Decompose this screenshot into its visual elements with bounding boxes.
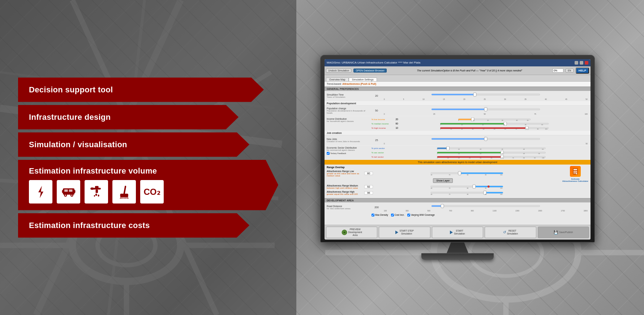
svg-text:50: 50 <box>541 124 543 126</box>
trend-value[interactable]: Attractiveness (Push & Pull) <box>342 83 376 85</box>
svg-rect-21 <box>62 190 64 193</box>
svg-text:100: 100 <box>500 187 503 189</box>
tab-overview-map[interactable]: Overview Map <box>326 78 349 81</box>
save-publish-button[interactable]: 💾 Save/Publish <box>538 227 589 238</box>
svg-text:70: 70 <box>512 157 514 159</box>
svg-point-28 <box>71 195 72 196</box>
svg-text:60: 60 <box>505 128 506 130</box>
max-density-checkbox[interactable] <box>372 214 374 216</box>
low-income-value: 20 <box>394 118 399 121</box>
tert-sector-slider[interactable]: 0 10 20 30 40 50 60 70 8 <box>394 155 588 159</box>
tab-simulation-settings[interactable]: Simulation Settings <box>349 78 377 81</box>
general-preferences-header: GENERAL PREFERENCES <box>325 87 591 91</box>
svg-text:40: 40 <box>480 157 482 159</box>
svg-text:50: 50 <box>491 157 493 159</box>
svg-rect-47 <box>473 93 476 96</box>
show-layer-button[interactable]: Show Layer <box>433 178 453 183</box>
preview-development-button[interactable]: PREVIEWDevelopmentArea <box>326 227 377 238</box>
range-medium-label: Attractiveness Range Medium between high… <box>327 184 363 189</box>
svg-text:10: 10 <box>458 148 460 150</box>
range-low-input[interactable] <box>364 172 373 175</box>
svg-text:40: 40 <box>516 119 518 121</box>
svg-point-26 <box>65 195 66 196</box>
svg-rect-46 <box>432 94 475 95</box>
svg-text:60: 60 <box>431 187 433 189</box>
monitor-neck <box>447 242 468 253</box>
svg-rect-154 <box>441 204 444 208</box>
range-low-label: Attractiveness Range Low greater as this… <box>327 170 363 177</box>
start-step-label: START STEPSimulation <box>399 229 413 235</box>
simulation-time-ticks: 05101520 253035404550 <box>383 98 588 100</box>
sec-sector-label: % sec sector <box>372 152 393 154</box>
svg-rect-22 <box>73 190 75 193</box>
simulation-time-label: SimulAtion Time Years of Simulation <box>327 93 370 98</box>
svg-text:10: 10 <box>461 124 463 126</box>
arrow-simulation-visualisation: Simulation / visualisation <box>18 132 249 157</box>
income-distribution-label: Income Distribution for household agent … <box>327 118 370 122</box>
range-high-slider[interactable]: 60 70 80 90 100 <box>374 191 559 195</box>
median-income-slider[interactable]: 0 10 20 30 40 50 <box>400 122 588 126</box>
range-high-input[interactable] <box>364 191 373 194</box>
svg-rect-50 <box>484 108 487 111</box>
svg-point-34 <box>98 194 99 197</box>
range-low-row: Attractiveness Range Low greater as this… <box>327 170 559 177</box>
start-simulation-button[interactable]: STARTSimulation <box>432 227 483 238</box>
tertiary-feedback-checkbox[interactable] <box>327 152 330 155</box>
svg-rect-88 <box>437 148 448 149</box>
close-button[interactable] <box>585 61 588 65</box>
svg-rect-23 <box>64 189 68 192</box>
high-income-slider[interactable]: 0 10 20 30 40 50 60 70 8 <box>400 126 588 130</box>
low-income-slider[interactable]: 0 10 20 30 40 50 <box>400 118 588 121</box>
svg-text:50: 50 <box>542 148 544 150</box>
reset-label: RESETSimulation <box>507 229 518 235</box>
undock-simulation-button[interactable]: Undock Simulation <box>326 69 351 73</box>
range-high-row: Attractiveness Range High greater equal … <box>327 191 559 195</box>
svg-rect-49 <box>432 109 486 110</box>
new-jobs-value: 25 <box>372 139 382 141</box>
maximize-button[interactable] <box>580 61 583 65</box>
lang-button[interactable]: EN <box>566 69 574 73</box>
trend-bar: Trend-based: Attractiveness (Push & Pull… <box>325 82 591 87</box>
cost-incr-checkbox[interactable] <box>391 214 394 216</box>
population-change-slider[interactable] <box>383 107 588 111</box>
save-icon: 💾 <box>554 230 558 234</box>
svg-text:20: 20 <box>480 148 482 150</box>
max-density-label: Max Density <box>372 214 388 216</box>
open-db-button[interactable]: OPEN Database Browser <box>353 69 386 73</box>
percentage-input[interactable] <box>553 69 563 73</box>
varying-ww-checkbox[interactable] <box>407 214 410 216</box>
arrow-estimation-costs: Estimation infrastructure costs <box>18 213 249 238</box>
road-distance-slider[interactable] <box>383 204 588 208</box>
svg-text:50: 50 <box>494 128 495 130</box>
svg-text:20: 20 <box>461 128 463 130</box>
range-overlap-label: Range Overlap <box>327 166 559 169</box>
attractiveness-banner: This simulation uses attractiveness laye… <box>325 160 591 165</box>
svg-rect-24 <box>69 189 72 192</box>
svg-text:80: 80 <box>523 157 525 159</box>
app-title: MAGISmo: URBANICA-Urban Infrastructure-C… <box>327 61 573 64</box>
svg-text:40: 40 <box>483 128 485 130</box>
simulation-time-slider[interactable] <box>383 92 588 97</box>
svg-rect-97 <box>437 152 502 153</box>
range-medium-slider[interactable]: 60 70 80 90 100 <box>374 184 559 189</box>
range-low-slider[interactable]: 60 70 80 90 100 <box>374 171 559 175</box>
infrastructure-design-label: Infrastructure design <box>29 113 111 122</box>
help-button[interactable]: HELP <box>576 67 589 74</box>
sec-sector-slider[interactable]: 0 10 20 30 40 50 <box>394 151 588 154</box>
main-container: Decision support tool Infrastructure des… <box>0 0 644 315</box>
prim-sector-slider[interactable]: 0 10 20 30 40 50 <box>394 146 588 150</box>
reset-simulation-button[interactable]: ↺ RESETSimulation <box>485 227 536 238</box>
new-jobs-slider[interactable]: ↕ <box>383 137 588 141</box>
start-step-icon <box>395 231 398 234</box>
attractiveness-calculator[interactable]: ActivateAttractiveness Calculator <box>562 166 588 182</box>
svg-text:90: 90 <box>537 128 539 130</box>
bottom-buttons: PREVIEWDevelopmentArea START STEPSimulat… <box>325 225 591 239</box>
range-medium-input[interactable] <box>364 185 373 188</box>
minimize-button[interactable] <box>575 61 578 65</box>
varying-ww-label: Varying WW Coverage <box>407 214 435 216</box>
start-step-button[interactable]: START STEPSimulation <box>379 227 430 238</box>
svg-text:20: 20 <box>458 157 460 159</box>
toolbar-info-text: The current SimulationOption is B the Pu… <box>389 69 550 72</box>
arrow-decision-support: Decision support tool <box>18 78 264 102</box>
svg-rect-31 <box>95 189 98 193</box>
